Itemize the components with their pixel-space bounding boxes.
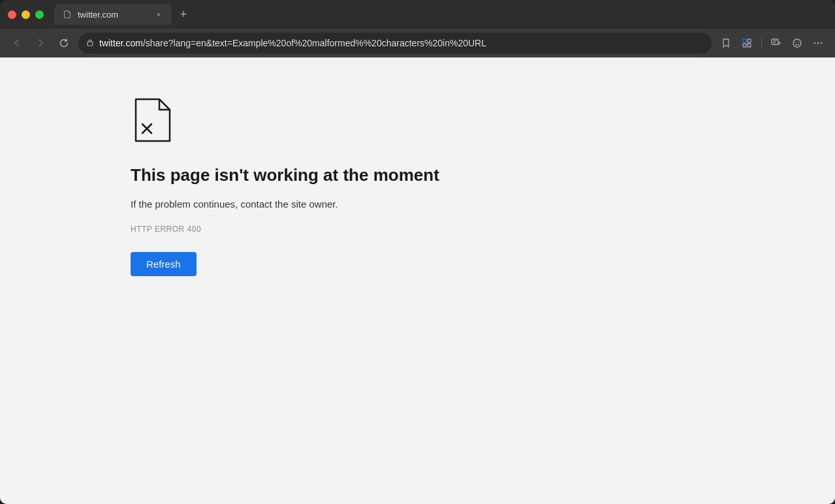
svg-point-11 (814, 42, 816, 44)
close-button[interactable] (8, 10, 16, 19)
tab-bar: twitter.com × + (54, 4, 827, 25)
maximize-button[interactable] (35, 10, 44, 19)
svg-rect-7 (773, 42, 776, 43)
more-button[interactable] (809, 34, 827, 52)
svg-rect-2 (748, 39, 751, 42)
reload-button[interactable] (55, 34, 73, 52)
svg-rect-4 (748, 44, 751, 47)
title-bar: twitter.com × + (0, 0, 835, 29)
browser-window: twitter.com × + (0, 0, 835, 504)
refresh-button[interactable]: Refresh (131, 252, 197, 276)
svg-rect-1 (743, 39, 746, 42)
error-code: HTTP ERROR 400 (131, 225, 201, 234)
tab-favicon (62, 9, 72, 20)
error-title: This page isn't working at the moment (131, 165, 439, 187)
svg-point-8 (793, 39, 801, 47)
tab-title: twitter.com (78, 10, 148, 20)
nav-divider (761, 37, 762, 50)
svg-rect-5 (772, 39, 778, 44)
url-path: /share?lang=en&text=Example%20of%20malfo… (143, 38, 486, 48)
svg-point-9 (795, 42, 796, 43)
bookmark-button[interactable] (717, 34, 735, 52)
error-container: This page isn't working at the moment If… (131, 97, 439, 276)
svg-rect-0 (87, 42, 93, 46)
url-domain: twitter.com (99, 38, 143, 48)
address-bar[interactable]: twitter.com/share?lang=en&text=Example%2… (78, 33, 712, 54)
traffic-lights (8, 10, 44, 19)
svg-point-10 (798, 42, 800, 43)
extensions-button[interactable] (738, 34, 756, 52)
screen-reader-button[interactable] (767, 34, 785, 52)
url-text: twitter.com/share?lang=en&text=Example%2… (99, 38, 486, 48)
svg-point-13 (821, 42, 823, 44)
error-description: If the problem continues, contact the si… (131, 197, 338, 212)
active-tab[interactable]: twitter.com × (54, 4, 172, 25)
svg-rect-6 (773, 40, 777, 41)
nav-actions (717, 34, 827, 52)
nav-bar: twitter.com/share?lang=en&text=Example%2… (0, 29, 835, 57)
tab-close-button[interactable]: × (153, 9, 164, 20)
svg-rect-3 (743, 44, 746, 47)
forward-button[interactable] (31, 34, 50, 52)
new-tab-button[interactable]: + (174, 5, 193, 24)
minimize-button[interactable] (22, 10, 30, 19)
back-button[interactable] (8, 34, 26, 52)
emoji-button[interactable] (788, 34, 806, 52)
lock-icon (86, 39, 94, 48)
svg-point-12 (817, 42, 819, 44)
page-content: This page isn't working at the moment If… (0, 57, 835, 504)
error-icon (131, 97, 175, 146)
